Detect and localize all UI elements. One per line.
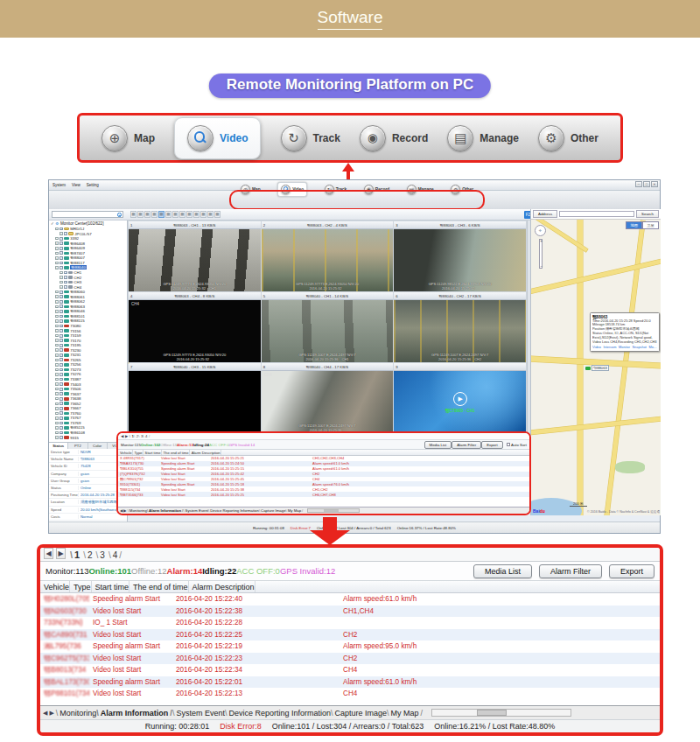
checkbox-icon[interactable]: ✓ (60, 325, 63, 328)
page-next-icon[interactable]: ▶ (56, 548, 66, 559)
address-input[interactable] (559, 211, 634, 217)
mini-toolbar-button[interactable]: Other (451, 185, 473, 194)
expand-icon[interactable]: + (55, 363, 59, 367)
expand-icon[interactable]: + (55, 436, 59, 439)
bottom-tab[interactable]: Device Reporting Information (208, 508, 259, 513)
checkbox-icon[interactable]: ✓ (60, 228, 63, 231)
expand-icon[interactable]: + (55, 256, 59, 260)
video-frame[interactable]: GPS:11249.1007 E,2624.2497 N/V:7 2016-04… (262, 300, 394, 362)
tree-root[interactable]: ✓ ⚙ Monitor Center[102/622] (51, 221, 127, 226)
expand-icon[interactable]: + (55, 305, 59, 309)
window-control-button[interactable]: ✕ (651, 181, 658, 187)
tabs-next-icon[interactable]: ▶ (49, 710, 53, 717)
checkbox-icon[interactable]: ✓ (60, 411, 63, 415)
checkbox-icon[interactable]: ✓ (60, 344, 63, 347)
video-cell[interactable]: 6 鄂88040 - CH2 - 17 KB/S GPS:11249.1007 … (394, 292, 526, 362)
checkbox-icon[interactable]: ✓ (60, 290, 63, 294)
checkbox-icon[interactable]: ✓ (60, 295, 63, 298)
checkbox-icon[interactable]: ✓ (64, 281, 67, 284)
expand-icon[interactable]: + (55, 237, 59, 241)
checkbox-icon[interactable]: ✓ (60, 416, 63, 420)
expand-icon[interactable]: + (55, 412, 59, 416)
view-layout-icon[interactable] (165, 211, 172, 218)
expand-icon[interactable]: + (55, 426, 59, 430)
scrollbar-thumb[interactable] (477, 710, 508, 716)
bottom-tab[interactable]: System Event (172, 709, 225, 718)
checkbox-icon[interactable]: ✓ (60, 388, 63, 391)
checkbox-icon[interactable]: ✓ (64, 285, 67, 289)
alarm-row[interactable]: 9310(73301)Speeding alarm Start2016-04-2… (118, 481, 529, 486)
tabs-prev-icon[interactable]: ◀ (120, 508, 122, 513)
alarm-action-button[interactable]: Alarm Filter (452, 441, 481, 449)
alarm-row[interactable]: 鄂H0280L(705 Speeding alarm Start 2016-04… (40, 593, 660, 606)
expand-icon[interactable]: + (55, 359, 59, 362)
expand-icon[interactable]: + (55, 228, 59, 231)
mini-toolbar-button[interactable]: Track (325, 185, 347, 194)
expand-icon[interactable]: + (55, 290, 59, 294)
checkbox-icon[interactable]: ✓ (60, 251, 63, 255)
video-frame[interactable]: GPS:11249.1007 E,2624.2497 N/V:7 2016-04… (394, 300, 526, 362)
checkbox-icon[interactable]: ✓ (60, 378, 63, 382)
checkbox-icon[interactable]: ✓ (60, 426, 63, 430)
expand-icon[interactable]: + (55, 262, 59, 265)
alarm-column-header[interactable]: The end of time (162, 450, 190, 455)
checkbox-icon[interactable]: ✓ (60, 392, 63, 396)
video-frame[interactable]: ▶ 鄂C78905 - CH1 (394, 371, 526, 433)
checkbox-icon[interactable]: ✓ (60, 315, 63, 318)
popup-link[interactable]: Monitor (619, 345, 630, 349)
checkbox-icon[interactable]: ✓ (60, 310, 63, 313)
feature-button[interactable]: Record (360, 125, 428, 151)
feature-button[interactable]: Manage (447, 125, 519, 151)
video-cell[interactable]: 8 鄂88040 - CH4 - 17 KB/S CH4 GPS:11249.1… (262, 363, 394, 433)
mini-toolbar-button[interactable]: Manage (407, 185, 434, 194)
checkbox-icon[interactable]: ✓ (60, 262, 63, 265)
horizontal-scrollbar[interactable] (307, 508, 360, 513)
page-tab[interactable]: 4 (143, 434, 150, 438)
video-cell[interactable]: 7 鄂88040 - CH3 - 15 KB/S GPS:11249.1007 … (129, 363, 261, 433)
view-layout-icon[interactable] (172, 211, 178, 218)
checkbox-icon[interactable]: ✓ (60, 373, 63, 376)
bottom-tab[interactable]: My Map (387, 709, 423, 718)
expand-icon[interactable]: + (55, 295, 59, 298)
menu-item[interactable]: View (72, 183, 80, 187)
scrollbar-thumb[interactable] (324, 509, 339, 512)
view-layout-icon[interactable] (179, 211, 186, 218)
alarm-row[interactable]: 鄂BAL173(730 Speeding alarm Start 2016-04… (40, 676, 660, 689)
expand-icon[interactable]: + (55, 392, 59, 396)
page-tab[interactable]: 4 (107, 550, 123, 560)
expand-icon[interactable]: + (55, 354, 59, 357)
checkbox-icon[interactable]: ✓ (60, 431, 63, 435)
vehicle-marker[interactable]: 鄂88063 (585, 365, 609, 371)
expand-icon[interactable]: + (55, 416, 59, 420)
expand-icon[interactable]: + (55, 344, 59, 347)
checkbox-icon[interactable]: ✓ (60, 363, 63, 367)
tabs-prev-icon[interactable]: ◀ (43, 710, 47, 717)
alarm-column-header[interactable]: Vehicle (118, 450, 133, 455)
detail-action-button[interactable]: Export (609, 564, 654, 578)
checkbox-icon[interactable]: ✓ (60, 436, 63, 439)
expand-icon[interactable]: + (55, 310, 59, 313)
popup-link[interactable]: Intercom (603, 345, 616, 349)
alarm-row[interactable]: 733N(733N) IO_ 1 Start 2016-04-20 15:22:… (40, 617, 660, 629)
view-layout-icon[interactable] (207, 211, 214, 218)
bottom-tab[interactable]: My Map (286, 508, 304, 513)
checkbox-icon[interactable]: ✓ (51, 221, 54, 226)
device-search-input[interactable] (52, 211, 123, 218)
menu-item[interactable]: Setting (87, 183, 99, 187)
expand-icon[interactable]: + (55, 373, 59, 376)
expand-icon[interactable]: + (55, 252, 59, 256)
detail-column-header[interactable]: Type (70, 581, 92, 592)
view-layout-icon[interactable] (130, 211, 136, 218)
tabs-next-icon[interactable]: ▶ (123, 508, 126, 513)
layer-map-button[interactable]: 地图 (626, 221, 642, 229)
horizontal-scrollbar[interactable] (431, 709, 571, 717)
checkbox-icon[interactable]: ✓ (64, 232, 67, 235)
bottom-tab[interactable]: Device Reporting Information (225, 709, 331, 718)
expand-icon[interactable]: + (60, 276, 63, 279)
detail-action-button[interactable]: Alarm Filter (539, 564, 602, 578)
feature-button[interactable]: Track (281, 125, 340, 151)
checkbox-icon[interactable]: ✓ (60, 397, 63, 401)
video-frame[interactable]: GPS:11249.98122 E,2624.93905 N/V:20 2016… (394, 229, 526, 291)
page-prev-icon[interactable]: ◀ (44, 548, 53, 559)
view-layout-icon[interactable] (144, 211, 150, 218)
